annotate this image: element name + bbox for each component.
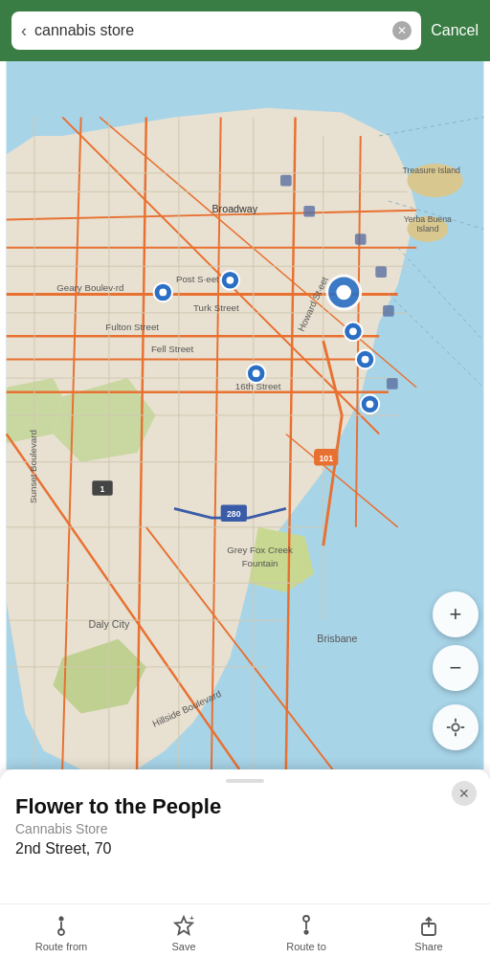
svg-text:Turk Street: Turk Street (193, 302, 239, 313)
sheet-content: Flower to the People Cannabis Store 2nd … (0, 789, 490, 858)
svg-rect-71 (375, 266, 387, 278)
route-to-icon (295, 914, 318, 937)
svg-rect-70 (355, 234, 367, 245)
cancel-button[interactable]: Cancel (431, 22, 479, 39)
map-controls: + − (433, 591, 479, 750)
svg-rect-72 (383, 305, 394, 317)
route-to-button[interactable]: Route to (245, 914, 368, 952)
svg-point-75 (159, 289, 167, 297)
svg-text:Post S·eet: Post S·eet (176, 274, 219, 284)
bottom-sheet: ✕ Flower to the People Cannabis Store 2n… (0, 769, 490, 903)
save-label: Save (171, 941, 195, 952)
route-from-label: Route from (35, 941, 87, 952)
location-icon (445, 717, 466, 738)
svg-point-85 (367, 400, 374, 408)
route-to-label: Route to (286, 941, 326, 952)
svg-text:Fell Street: Fell Street (151, 344, 194, 354)
svg-rect-69 (303, 206, 315, 217)
svg-point-99 (303, 916, 309, 922)
share-button[interactable]: Share (368, 914, 490, 952)
svg-point-83 (362, 356, 369, 364)
location-button[interactable] (433, 704, 479, 750)
svg-point-77 (227, 277, 234, 284)
map-container[interactable]: 101 280 1 Broadway Geary Boulev·rd Turk … (0, 61, 490, 769)
svg-point-88 (452, 724, 458, 730)
search-input[interactable]: cannabis store (34, 22, 385, 39)
svg-text:Fulton Street: Fulton Street (105, 322, 159, 332)
svg-text:Island: Island (416, 224, 438, 234)
svg-text:Geary Boulev·rd: Geary Boulev·rd (56, 282, 123, 293)
search-bar: ‹ cannabis store ✕ (11, 11, 421, 50)
zoom-out-button[interactable]: − (433, 645, 479, 691)
sheet-close-button[interactable]: ✕ (452, 781, 477, 806)
svg-text:Grey Fox Creek: Grey Fox Creek (227, 545, 293, 555)
svg-text:1: 1 (100, 484, 105, 494)
place-category: Cannabis Store (15, 821, 475, 836)
svg-point-79 (253, 369, 260, 377)
bottom-nav: Route from + Save Route to Share (0, 903, 490, 980)
clear-button[interactable]: ✕ (392, 21, 412, 40)
zoom-in-button[interactable]: + (433, 591, 479, 637)
svg-text:Yerba Buena: Yerba Buena (404, 214, 452, 224)
svg-text:101: 101 (319, 454, 333, 463)
svg-rect-68 (280, 175, 292, 187)
save-button[interactable]: + Save (122, 914, 245, 952)
svg-text:Sunset Boulevard: Sunset Boulevard (28, 430, 38, 503)
svg-text:+: + (189, 914, 194, 923)
svg-rect-73 (387, 378, 398, 390)
header: ‹ cannabis store ✕ Cancel (0, 0, 490, 61)
route-from-button[interactable]: Route from (0, 914, 122, 952)
svg-text:Brisbane: Brisbane (317, 633, 357, 644)
share-label: Share (414, 941, 442, 952)
svg-text:Daly City: Daly City (88, 618, 129, 630)
share-icon (417, 914, 440, 937)
svg-point-87 (336, 285, 351, 301)
place-title: Flower to the People (15, 794, 475, 819)
route-from-icon (50, 914, 73, 937)
svg-text:280: 280 (227, 509, 241, 519)
place-address: 2nd Street, 70 (15, 840, 475, 858)
svg-text:Fountain: Fountain (242, 558, 278, 568)
back-button[interactable]: ‹ (21, 21, 27, 41)
save-icon: + (172, 914, 195, 937)
svg-point-93 (58, 929, 64, 935)
svg-text:Treasure Island: Treasure Island (403, 166, 461, 175)
svg-point-81 (349, 327, 357, 335)
sheet-handle (226, 779, 264, 783)
svg-text:Broadway: Broadway (212, 203, 257, 214)
